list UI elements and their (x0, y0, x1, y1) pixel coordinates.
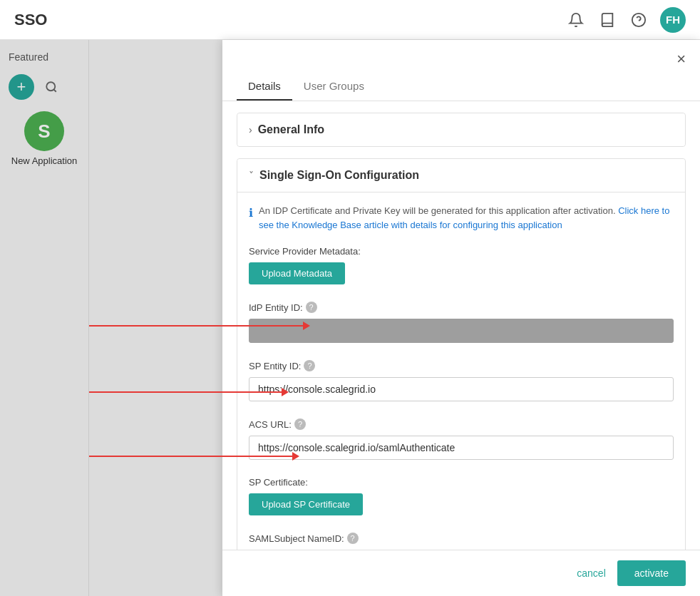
acs-url-label: ACS URL: ? (249, 418, 674, 430)
service-provider-metadata-label: Service Provider Metadata: (249, 246, 674, 257)
sp-entity-id-help-icon[interactable]: ? (304, 360, 315, 371)
idp-entity-id-help-icon[interactable]: ? (306, 302, 317, 313)
panel-header: × (222, 40, 700, 67)
acs-url-group: ACS URL: ? (249, 418, 674, 460)
idp-entity-id-label: IdP Entity ID: ? (249, 302, 674, 313)
sso-config-header[interactable]: ˅ Single Sign-On Configuration (237, 159, 685, 192)
book-icon[interactable] (597, 10, 617, 30)
general-info-chevron: › (249, 124, 252, 135)
sp-certificate-label: SP Certificate: (249, 477, 674, 488)
detail-panel: × Details User Groups › General Info (222, 40, 700, 596)
info-icon: ℹ (249, 205, 253, 232)
sso-config-title: Single Sign-On Configuration (259, 169, 419, 182)
upload-metadata-button[interactable]: Upload Metadata (249, 262, 345, 284)
general-info-section: › General Info (237, 113, 686, 147)
idp-entity-id-input[interactable] (249, 319, 674, 343)
sso-config-body: ℹ An IDP Certificate and Private Key wil… (237, 192, 685, 550)
user-avatar[interactable]: FH (660, 7, 686, 33)
cancel-button[interactable]: cancel (577, 567, 605, 579)
nav-icons: FH (566, 7, 686, 33)
saml-subject-nameid-help-icon[interactable]: ? (347, 533, 359, 544)
sp-certificate-group: SP Certificate: Upload SP Certificate (249, 477, 674, 515)
tab-user-groups[interactable]: User Groups (292, 73, 376, 101)
general-info-title: General Info (258, 123, 324, 136)
panel-footer: cancel activate (222, 550, 700, 596)
info-text: An IDP Certificate and Private Key will … (259, 205, 616, 216)
modal-overlay: × Details User Groups › General Info (0, 40, 700, 596)
sso-config-chevron: ˅ (249, 170, 254, 181)
sso-config-section: ˅ Single Sign-On Configuration ℹ An IDP … (237, 158, 686, 550)
acs-url-help-icon[interactable]: ? (294, 418, 306, 430)
general-info-header[interactable]: › General Info (237, 113, 685, 146)
tab-details[interactable]: Details (237, 73, 292, 101)
panel-content: › General Info ˅ Single Sign-On Configur… (222, 101, 700, 550)
saml-subject-nameid-label: SAMLSubject NameID: ? (249, 533, 674, 544)
panel-tabs: Details User Groups (222, 73, 700, 101)
help-icon[interactable] (629, 10, 649, 30)
main-layout: Featured + S New Application × (0, 40, 700, 596)
sp-entity-id-input[interactable] (249, 377, 674, 401)
sp-entity-id-group: SP Entity ID: ? (249, 360, 674, 401)
saml-subject-nameid-group: SAMLSubject NameID: ? (249, 533, 674, 544)
acs-url-input[interactable] (249, 436, 674, 460)
idp-entity-id-group: IdP Entity ID: ? (249, 302, 674, 343)
close-button[interactable]: × (676, 51, 686, 67)
upload-sp-certificate-button[interactable]: Upload SP Certificate (249, 493, 363, 515)
service-provider-metadata-group: Service Provider Metadata: Upload Metada… (249, 246, 674, 284)
activate-button[interactable]: activate (617, 560, 686, 586)
top-nav: SSO FH (0, 0, 700, 40)
info-box: ℹ An IDP Certificate and Private Key wil… (249, 204, 674, 232)
page-title: SSO (14, 11, 47, 29)
notifications-icon[interactable] (566, 10, 586, 30)
sp-entity-id-label: SP Entity ID: ? (249, 360, 674, 371)
